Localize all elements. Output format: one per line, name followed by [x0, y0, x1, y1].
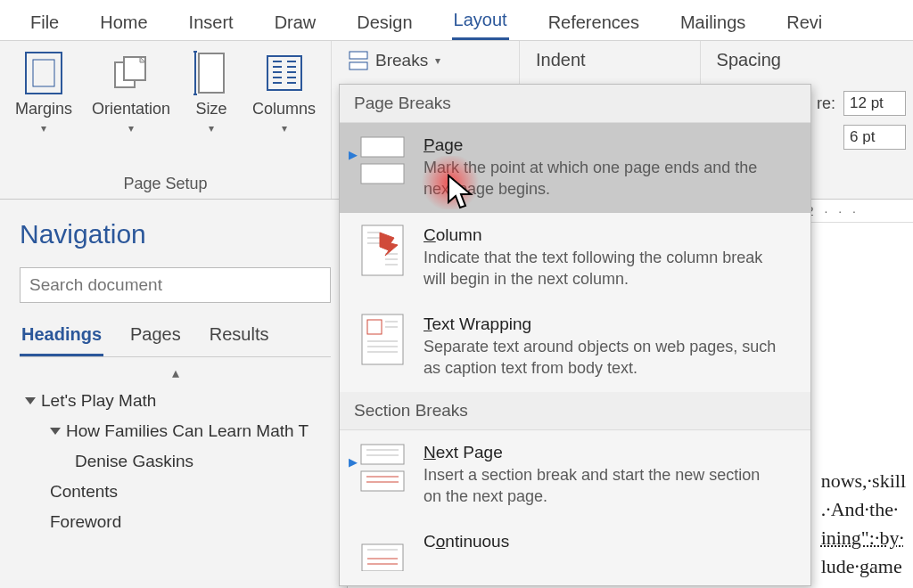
tab-layout[interactable]: Layout [452, 6, 509, 40]
triangle-down-icon [25, 397, 36, 404]
spacing-before-input[interactable] [843, 91, 906, 116]
spacing-heading: Spacing [717, 50, 781, 70]
spacing-before-label: re: [817, 94, 836, 113]
breaks-dropdown: Page Breaks ▶ Page Mark the point at whi… [339, 84, 811, 586]
breaks-option-column[interactable]: Column Indicate that the text following … [340, 213, 810, 303]
breaks-option-text-wrapping[interactable]: Text Wrapping Separate text around objec… [340, 302, 810, 392]
doc-line: lude·game [821, 552, 906, 581]
outline-label: Let's Play Math [41, 391, 156, 411]
doc-line: ining":·by· [821, 524, 906, 552]
outline-label: How Families Can Learn Math T [66, 421, 308, 441]
svg-rect-20 [361, 164, 404, 184]
triangle-down-icon [50, 428, 61, 435]
ribbon-tabs: File Home Insert Draw Design Layout Refe… [0, 0, 913, 41]
breaks-option-continuous[interactable]: Continuous [340, 519, 810, 585]
tab-draw[interactable]: Draw [273, 9, 318, 40]
nav-tab-headings[interactable]: Headings [20, 319, 103, 356]
svg-rect-6 [267, 56, 301, 90]
outline-item[interactable]: Denise Gaskins [20, 446, 331, 477]
outline-item[interactable]: Foreword [20, 507, 331, 537]
chevron-down-icon: ▾ [41, 122, 46, 135]
text-wrapping-icon [358, 314, 407, 364]
columns-label: Columns [252, 100, 316, 118]
selection-caret-icon: ▶ [349, 148, 354, 157]
orientation-button[interactable]: Orientation ▾ [90, 48, 172, 138]
outline-item[interactable]: How Families Can Learn Math T [20, 416, 331, 446]
spacing-after-row [817, 125, 906, 150]
chevron-down-icon: ▾ [282, 122, 287, 135]
tab-home[interactable]: Home [98, 9, 149, 40]
selection-caret-icon: ▶ [349, 455, 354, 464]
svg-rect-35 [361, 445, 404, 464]
column-break-icon [358, 225, 407, 275]
option-title: Column [424, 225, 780, 245]
svg-rect-38 [361, 471, 404, 491]
option-desc: Mark the point at which one page ends an… [424, 157, 780, 200]
doc-line: .·And·the· [821, 495, 906, 524]
orientation-icon [110, 52, 152, 94]
option-title: Continuous [424, 532, 509, 551]
svg-rect-17 [350, 52, 367, 59]
spacing-after-input[interactable] [843, 125, 906, 150]
outline-item[interactable]: Contents [20, 477, 331, 507]
option-title: Next Page [424, 443, 780, 462]
tab-insert[interactable]: Insert [187, 9, 235, 40]
svg-rect-19 [361, 137, 404, 157]
option-desc: Insert a section break and start the new… [424, 464, 780, 508]
breaks-icon [349, 51, 368, 70]
svg-rect-2 [199, 53, 224, 93]
collapse-icon: ▴ [163, 368, 188, 377]
search-input[interactable] [20, 267, 331, 303]
group-page-setup: Margins ▾ Orientation ▾ Size ▾ [0, 41, 332, 199]
svg-rect-1 [33, 60, 54, 86]
spacing-before-row: re: [817, 91, 906, 116]
group-label-page-setup: Page Setup [123, 169, 207, 197]
navigation-outline: Let's Play Math How Families Can Learn M… [20, 386, 331, 537]
navigation-tabs: Headings Pages Results [20, 319, 331, 357]
navigation-pane: Navigation Headings Pages Results ▴ Let'… [0, 200, 348, 588]
option-title: Page [424, 135, 780, 155]
option-title: Text Wrapping [424, 314, 780, 334]
spacing-after-label [817, 128, 836, 147]
breaks-label: Breaks [375, 51, 428, 70]
breaks-option-next-page[interactable]: ▶ Next Page Insert a section break and s… [340, 430, 810, 520]
margins-icon [22, 52, 65, 94]
svg-rect-29 [367, 320, 382, 334]
next-page-section-icon [358, 443, 407, 493]
svg-rect-41 [362, 544, 403, 571]
breaks-button[interactable]: Breaks ▾ [339, 46, 450, 75]
svg-rect-0 [26, 53, 62, 94]
outline-label: Denise Gaskins [75, 452, 193, 471]
navigation-title: Navigation [20, 219, 331, 249]
document-text: nows,·skill .·And·the· ining":·by· lude·… [821, 467, 906, 581]
option-desc: Indicate that the text following the col… [424, 247, 780, 290]
spacing-fields: re: [817, 91, 906, 150]
chevron-down-icon: ▾ [128, 122, 134, 135]
outline-item[interactable]: Let's Play Math [20, 386, 331, 416]
page-break-icon [358, 135, 407, 185]
doc-line: nows,·skill [821, 467, 906, 495]
tab-mailings[interactable]: Mailings [679, 9, 747, 40]
tab-review[interactable]: Revi [785, 9, 824, 40]
size-icon [190, 52, 233, 94]
breaks-section-section: Section Breaks [340, 392, 810, 430]
nav-tab-pages[interactable]: Pages [128, 319, 183, 356]
columns-button[interactable]: Columns ▾ [251, 48, 317, 138]
outline-label: Contents [50, 482, 118, 502]
tab-references[interactable]: References [547, 9, 641, 40]
margins-label: Margins [15, 100, 72, 118]
breaks-section-page: Page Breaks [340, 85, 810, 123]
nav-tab-results[interactable]: Results [208, 319, 271, 356]
size-button[interactable]: Size ▾ [188, 48, 234, 138]
tab-file[interactable]: File [29, 9, 61, 40]
outline-label: Foreword [50, 512, 121, 532]
continuous-section-icon [358, 532, 407, 582]
margins-button[interactable]: Margins ▾ [13, 48, 74, 138]
columns-icon [263, 52, 306, 94]
breaks-option-page[interactable]: ▶ Page Mark the point at which one page … [340, 123, 810, 213]
size-label: Size [196, 100, 227, 118]
chevron-down-icon: ▾ [209, 122, 214, 135]
tab-design[interactable]: Design [355, 9, 414, 40]
svg-rect-18 [350, 62, 367, 69]
nav-collapse-row[interactable]: ▴ [20, 364, 331, 386]
